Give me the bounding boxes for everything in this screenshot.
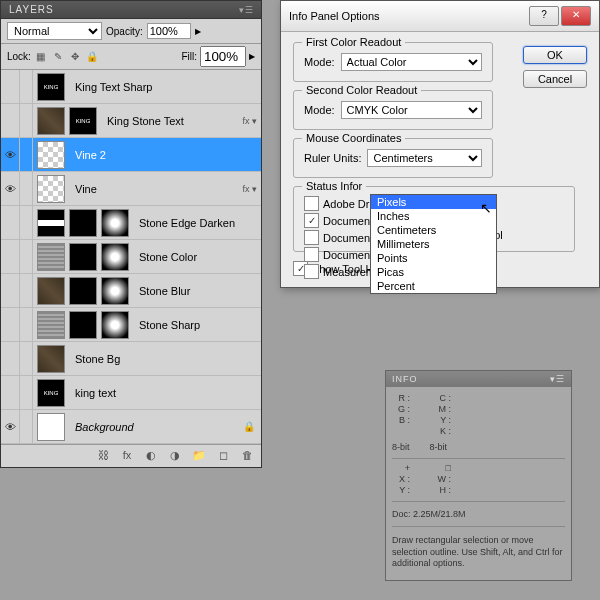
layer-row[interactable]: Vine 2 <box>1 138 261 172</box>
layer-thumb[interactable]: KING <box>37 73 65 101</box>
layer-row[interactable]: Stone Edge Darken <box>1 206 261 240</box>
info-bits-left: 8-bit <box>392 442 410 452</box>
layer-row[interactable]: Vinefx ▾ <box>1 172 261 206</box>
status-checkbox[interactable] <box>304 213 319 228</box>
visibility-toggle[interactable] <box>1 138 20 171</box>
layer-thumb[interactable] <box>37 413 65 441</box>
layer-thumb[interactable] <box>69 311 97 339</box>
layer-row[interactable]: Stone Sharp <box>1 308 261 342</box>
status-checkbox[interactable] <box>304 264 319 279</box>
visibility-toggle[interactable] <box>1 342 20 375</box>
layer-row[interactable]: KINGking text <box>1 376 261 410</box>
status-checkbox[interactable] <box>304 230 319 245</box>
layer-group-icon[interactable]: 📁 <box>191 449 207 463</box>
help-button[interactable]: ? <box>529 6 559 26</box>
first-mode-select[interactable]: Actual Color <box>341 53 482 71</box>
lock-all-icon[interactable]: 🔒 <box>85 50 99 64</box>
close-button[interactable]: ✕ <box>561 6 591 26</box>
opacity-label: Opacity: <box>106 26 143 37</box>
new-layer-icon[interactable]: ◻ <box>215 449 231 463</box>
opacity-input[interactable] <box>147 23 191 39</box>
layer-row[interactable]: Stone Color <box>1 240 261 274</box>
ok-button[interactable]: OK <box>523 46 587 64</box>
blend-mode-select[interactable]: Normal <box>7 22 102 40</box>
fill-arrow-icon[interactable]: ▶ <box>249 52 255 61</box>
layer-name[interactable]: Stone Edge Darken <box>133 217 261 229</box>
layer-thumb[interactable] <box>37 107 65 135</box>
layer-name[interactable]: Vine <box>69 183 238 195</box>
second-color-readout-group: Second Color Readout Mode: CMYK Color <box>293 90 493 130</box>
second-mode-select[interactable]: CMYK Color <box>341 101 482 119</box>
layer-name[interactable]: Stone Bg <box>69 353 261 365</box>
ruler-units-dropdown[interactable]: PixelsInchesCentimetersMillimetersPoints… <box>370 194 497 294</box>
ruler-option[interactable]: Points <box>371 251 496 265</box>
ruler-option[interactable]: Centimeters <box>371 223 496 237</box>
layer-row[interactable]: Stone Bg <box>1 342 261 376</box>
opacity-arrow-icon[interactable]: ▶ <box>195 27 201 36</box>
visibility-toggle[interactable] <box>1 70 20 103</box>
layer-thumb[interactable] <box>69 277 97 305</box>
fill-input[interactable] <box>200 46 246 67</box>
adjustment-layer-icon[interactable]: ◑ <box>167 449 183 463</box>
status-checkbox[interactable] <box>304 196 319 211</box>
visibility-toggle[interactable] <box>1 104 20 137</box>
visibility-toggle[interactable] <box>1 172 20 205</box>
layer-name[interactable]: Stone Sharp <box>133 319 261 331</box>
link-layers-icon[interactable]: ⛓ <box>95 449 111 463</box>
layer-thumb[interactable] <box>37 311 65 339</box>
layer-name[interactable]: Stone Color <box>133 251 261 263</box>
layer-link-col <box>20 104 33 137</box>
ruler-option[interactable]: Picas <box>371 265 496 279</box>
layer-name[interactable]: king text <box>69 387 261 399</box>
ruler-option[interactable]: Inches <box>371 209 496 223</box>
visibility-toggle[interactable] <box>1 308 20 341</box>
layer-thumb[interactable] <box>37 175 65 203</box>
layer-thumb[interactable]: KING <box>37 379 65 407</box>
info-panel-menu-icon[interactable]: ▾☰ <box>550 374 565 384</box>
visibility-toggle[interactable] <box>1 240 20 273</box>
fill-label: Fill: <box>181 51 197 62</box>
layer-mask-icon[interactable]: ◐ <box>143 449 159 463</box>
layer-fx-badge[interactable]: fx ▾ <box>238 116 261 126</box>
layer-fx-icon[interactable]: fx <box>119 449 135 463</box>
layer-thumb[interactable] <box>69 209 97 237</box>
layer-name[interactable]: Vine 2 <box>69 149 261 161</box>
layer-row[interactable]: KINGKing Text Sharp <box>1 70 261 104</box>
layer-thumb[interactable] <box>101 243 129 271</box>
layer-name[interactable]: Stone Blur <box>133 285 261 297</box>
visibility-toggle[interactable] <box>1 376 20 409</box>
ruler-option[interactable]: Millimeters <box>371 237 496 251</box>
layer-thumb[interactable] <box>101 277 129 305</box>
layer-name[interactable]: Background <box>69 421 243 433</box>
layer-thumb[interactable] <box>37 141 65 169</box>
panel-menu-icon[interactable]: ▾☰ <box>239 5 253 15</box>
dialog-titlebar[interactable]: Info Panel Options ? ✕ <box>281 1 599 32</box>
ruler-units-select[interactable]: Centimeters <box>367 149 482 167</box>
visibility-toggle[interactable] <box>1 206 20 239</box>
layer-thumb[interactable] <box>37 243 65 271</box>
cancel-button[interactable]: Cancel <box>523 70 587 88</box>
status-checkbox[interactable] <box>304 247 319 262</box>
layer-thumb[interactable] <box>101 311 129 339</box>
ruler-option[interactable]: Percent <box>371 279 496 293</box>
layer-name[interactable]: King Text Sharp <box>69 81 261 93</box>
layer-thumb[interactable]: KING <box>69 107 97 135</box>
lock-pixels-icon[interactable]: ✎ <box>51 50 65 64</box>
lock-transparency-icon[interactable]: ▦ <box>34 50 48 64</box>
layer-thumb[interactable] <box>101 209 129 237</box>
layer-fx-badge[interactable]: fx ▾ <box>238 184 261 194</box>
ruler-option[interactable]: Pixels <box>371 195 496 209</box>
visibility-toggle[interactable] <box>1 274 20 307</box>
layer-name[interactable]: King Stone Text <box>101 115 238 127</box>
layer-row[interactable]: KINGKing Stone Textfx ▾ <box>1 104 261 138</box>
lock-position-icon[interactable]: ✥ <box>68 50 82 64</box>
layer-link-col <box>20 206 33 239</box>
layer-thumb[interactable] <box>69 243 97 271</box>
layer-row[interactable]: Stone Blur <box>1 274 261 308</box>
layer-thumb[interactable] <box>37 345 65 373</box>
layer-row[interactable]: Background🔒 <box>1 410 261 444</box>
layer-thumb[interactable] <box>37 277 65 305</box>
delete-layer-icon[interactable]: 🗑 <box>239 449 255 463</box>
layer-thumb[interactable] <box>37 209 65 237</box>
visibility-toggle[interactable] <box>1 410 20 443</box>
